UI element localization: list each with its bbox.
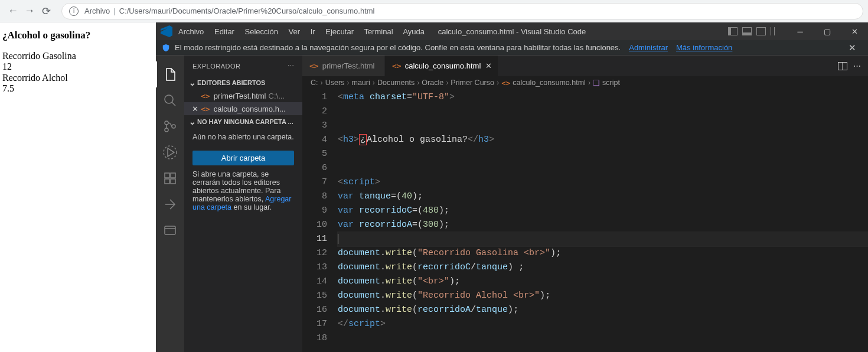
open-editor-item[interactable]: <> primerTest.html C:\...	[184, 89, 302, 102]
manage-link[interactable]: Administrar	[629, 43, 668, 52]
open-editor-item[interactable]: ✕ <> calculo_consumo.h...	[184, 102, 302, 115]
debug-icon[interactable]	[156, 139, 184, 165]
extensions-icon[interactable]	[156, 165, 184, 191]
search-icon[interactable]	[156, 87, 184, 113]
window-title: calculo_consumo.html - Visual Studio Cod…	[438, 27, 586, 36]
layout-icon[interactable]	[728, 27, 738, 35]
symbol-icon: ❏	[593, 79, 600, 87]
no-folder-message: Aún no ha abierto una carpeta.	[184, 128, 302, 146]
open-folder-hint: Si abre una carpeta, se cerrarán todos l…	[184, 170, 302, 211]
line-gutter: 123 456 789 101112 131415 161718	[302, 90, 338, 352]
code-editor[interactable]: 123 456 789 101112 131415 161718 <meta c…	[302, 89, 868, 352]
source-control-icon[interactable]	[156, 113, 184, 139]
html-file-icon: <>	[392, 61, 402, 70]
info-icon: i	[69, 6, 79, 16]
page-heading: ¿Alcohol o gasolina?	[2, 30, 154, 41]
html-file-icon: <>	[501, 79, 510, 87]
addr-path: C:/Users/mauri/Documents/Oracle/Primer%2…	[119, 6, 375, 15]
svg-rect-9	[165, 179, 169, 184]
address-bar[interactable]: i Archivo | C:/Users/mauri/Documents/Ora…	[61, 3, 863, 19]
menu-item[interactable]: Selección	[245, 27, 278, 36]
menu-bar: Archivo Editar Selección Ver Ir Ejecutar…	[178, 27, 433, 36]
breadcrumb[interactable]: C:› Users› mauri› Documents› Oracle› Pri…	[302, 76, 868, 89]
vscode-window: Archivo Editar Selección Ver Ir Ejecutar…	[156, 22, 868, 352]
layout-icon[interactable]	[756, 27, 766, 35]
tab-primertest[interactable]: <> primerTest.html	[302, 56, 385, 76]
tab-label: primerTest.html	[322, 61, 375, 70]
infobar-close-icon[interactable]: ✕	[849, 43, 856, 53]
tab-bar: <> primerTest.html <> calculo_consumo.ht…	[302, 56, 868, 76]
code-lines[interactable]: <meta charset="UTF-8"> <h3>¿Alcohol o ga…	[338, 90, 868, 352]
more-info-link[interactable]: Más información	[676, 43, 732, 52]
vscode-logo-icon	[161, 25, 172, 37]
html-file-icon: <>	[309, 61, 319, 70]
menu-item[interactable]: Terminal	[364, 27, 393, 36]
tab-label: calculo_consumo.html	[405, 61, 481, 70]
svg-point-4	[172, 125, 175, 128]
menu-item[interactable]: Ejecutar	[325, 27, 354, 36]
svg-rect-11	[165, 226, 175, 234]
titlebar: Archivo Editar Selección Ver Ir Ejecutar…	[156, 22, 868, 40]
restricted-mode-bar: El modo restringido está destinado a la …	[156, 40, 868, 56]
more-icon[interactable]: ⋯	[288, 62, 295, 70]
svg-rect-8	[171, 173, 175, 178]
svg-point-0	[165, 95, 173, 103]
layout-icons	[723, 22, 775, 40]
open-editors-section[interactable]: EDITORES ABIERTOS	[184, 76, 302, 89]
split-editor-icon[interactable]	[836, 60, 849, 73]
file-label: primerTest.html	[214, 92, 266, 100]
menu-item[interactable]: Ir	[311, 27, 315, 36]
minimize-button[interactable]: ─	[787, 22, 814, 40]
svg-point-2	[165, 121, 168, 125]
explorer-sidebar: EXPLORADOR ⋯ EDITORES ABIERTOS <> primer…	[184, 56, 302, 352]
close-icon[interactable]: ✕	[481, 61, 492, 70]
menu-item[interactable]: Archivo	[178, 27, 204, 36]
file-path-suffix: C:\...	[269, 92, 285, 100]
addr-prefix: Archivo	[84, 6, 110, 15]
reload-button[interactable]: ⟳	[38, 3, 54, 19]
addr-separator: |	[113, 6, 115, 15]
explorer-title: EXPLORADOR	[192, 63, 240, 70]
text-cursor	[338, 234, 338, 244]
svg-line-1	[172, 102, 175, 106]
rendered-page: ¿Alcohol o gasolina? Recorrido Gasolina …	[0, 22, 156, 352]
menu-item[interactable]: Ayuda	[403, 27, 425, 36]
tab-calculo-consumo[interactable]: <> calculo_consumo.html ✕	[385, 56, 498, 76]
open-folder-button[interactable]: Abrir carpeta	[192, 151, 294, 165]
activity-bar	[156, 56, 184, 352]
close-button[interactable]: ✕	[841, 22, 868, 40]
explorer-icon[interactable]	[156, 61, 184, 87]
maximize-button[interactable]: ▢	[814, 22, 841, 40]
svg-rect-10	[171, 179, 175, 184]
page-line: Recorrido Gasolina	[2, 51, 154, 61]
remote-icon[interactable]	[156, 191, 184, 217]
page-line: 12	[2, 61, 154, 72]
more-icon[interactable]: ⋯	[850, 60, 863, 73]
layout-icon[interactable]	[771, 27, 775, 35]
page-line: Recorrido Alchol	[2, 73, 154, 83]
html-file-icon: <>	[201, 105, 210, 113]
layout-icon[interactable]	[742, 27, 752, 35]
menu-item[interactable]: Ver	[289, 27, 301, 36]
forward-button[interactable]: →	[21, 3, 38, 19]
file-label: calculo_consumo.h...	[214, 105, 286, 113]
back-button[interactable]: ←	[5, 3, 21, 19]
svg-rect-7	[165, 173, 169, 178]
tab-actions: ⋯	[835, 56, 868, 76]
page-line: 7.5	[2, 83, 154, 94]
explorer-header: EXPLORADOR ⋯	[184, 56, 302, 76]
infobar-message: El modo restringido está destinado a la …	[175, 43, 621, 52]
svg-marker-5	[168, 148, 174, 157]
editor-area: <> primerTest.html <> calculo_consumo.ht…	[302, 56, 868, 352]
html-file-icon: <>	[201, 92, 210, 100]
menu-item[interactable]: Editar	[214, 27, 234, 36]
close-icon[interactable]: ✕	[190, 105, 200, 113]
browser-toolbar: ← → ⟳ i Archivo | C:/Users/mauri/Documen…	[0, 0, 868, 22]
accounts-icon[interactable]	[156, 217, 184, 243]
no-folder-section[interactable]: NO HAY NINGUNA CARPETA ...	[184, 115, 302, 128]
svg-point-3	[165, 128, 168, 132]
